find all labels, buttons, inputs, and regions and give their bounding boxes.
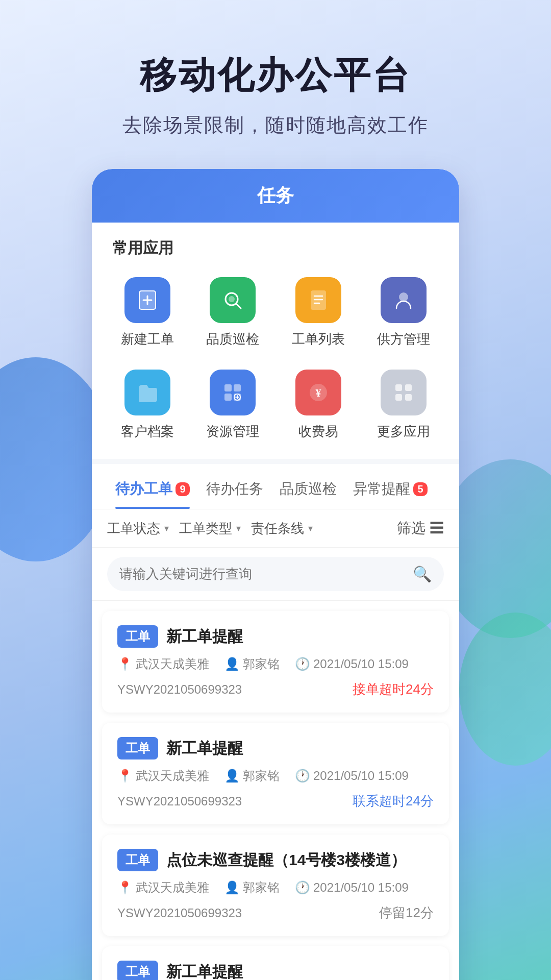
order-location-1: 📍 武汉天成美雅: [117, 656, 209, 672]
svg-rect-13: [234, 384, 241, 391]
app-label-quality-patrol: 品质巡检: [206, 330, 259, 348]
app-item-fee-easy[interactable]: ¥ 收费易: [278, 361, 359, 449]
order-card-2[interactable]: 工单 新工单提醒 📍 武汉天成美雅 👤 郭家铭 🕐 2021/05/10 15:…: [102, 723, 449, 824]
hero-subtitle: 去除场景限制，随时随地高效工作: [122, 112, 429, 138]
chevron-down-icon: ▾: [164, 523, 169, 534]
order-title-4: 新工单提醒: [166, 962, 243, 981]
order-title-1: 新工单提醒: [166, 626, 243, 647]
order-status-2: 联系超时24分: [353, 792, 434, 810]
tab-quality-patrol[interactable]: 品质巡检: [271, 469, 345, 509]
order-status-1: 接单超时24分: [353, 680, 434, 698]
location-icon-1: 📍: [117, 657, 133, 671]
app-item-supplier-mgmt[interactable]: 供方管理: [364, 269, 444, 356]
order-meta-2: 📍 武汉天成美雅 👤 郭家铭 🕐 2021/05/10 15:09: [117, 768, 434, 784]
order-location-3: 📍 武汉天成美雅: [117, 879, 209, 896]
order-card-4-header: 工单 新工单提醒: [117, 961, 434, 980]
order-cards-section: 工单 新工单提醒 📍 武汉天成美雅 👤 郭家铭 🕐 2021/05/10 15:…: [92, 601, 459, 980]
order-type-badge-2: 工单: [117, 737, 158, 760]
order-card-1[interactable]: 工单 新工单提醒 📍 武汉天成美雅 👤 郭家铭 🕐 2021/05/10 15:…: [102, 611, 449, 713]
order-card-2-header: 工单 新工单提醒: [117, 737, 434, 760]
svg-rect-23: [395, 394, 402, 401]
sort-order-status[interactable]: 工单状态 ▾: [107, 520, 169, 537]
app-icon-customer-files: [124, 370, 170, 415]
app-icon-resource-mgmt: [210, 370, 256, 415]
tab-header-label: 任务: [257, 185, 294, 206]
app-item-quality-patrol[interactable]: 品质巡检: [193, 269, 273, 356]
app-icon-fee-easy: ¥: [295, 370, 341, 415]
phone-card: 任务 常用应用 新建工单: [92, 169, 459, 980]
svg-text:¥: ¥: [315, 386, 321, 399]
app-label-fee-easy: 收费易: [298, 423, 338, 440]
order-type-badge-1: 工单: [117, 625, 158, 648]
order-number-1: YSWY2021050699323: [117, 682, 242, 697]
app-label-new-order: 新建工单: [121, 330, 174, 348]
app-item-resource-mgmt[interactable]: 资源管理: [193, 361, 273, 449]
order-time-3: 🕐 2021/05/10 15:09: [295, 880, 409, 895]
order-footer-3: YSWY2021050699323 停留12分: [117, 904, 434, 922]
app-label-customer-files: 客户档案: [121, 423, 174, 440]
section-divider: [92, 459, 459, 464]
svg-rect-14: [224, 394, 232, 401]
tab-pending-orders-label: 待办工单: [115, 479, 172, 499]
tab-header: 任务: [92, 169, 459, 223]
order-number-2: YSWY2021050699323: [117, 794, 242, 808]
order-meta-1: 📍 武汉天成美雅 👤 郭家铭 🕐 2021/05/10 15:09: [117, 656, 434, 672]
person-icon-2: 👤: [224, 769, 240, 783]
search-icon: 🔍: [413, 565, 432, 583]
svg-rect-12: [224, 384, 232, 391]
order-footer-1: YSWY2021050699323 接单超时24分: [117, 680, 434, 698]
app-item-new-order[interactable]: 新建工单: [107, 269, 188, 356]
app-icon-new-order: [124, 277, 170, 323]
order-person-1: 👤 郭家铭: [224, 656, 280, 672]
order-card-3[interactable]: 工单 点位未巡查提醒（14号楼3楼楼道） 📍 武汉天成美雅 👤 郭家铭 🕐 20…: [102, 835, 449, 936]
chevron-down-icon-2: ▾: [236, 523, 241, 534]
sort-responsibility[interactable]: 责任条线 ▾: [251, 520, 313, 537]
order-number-3: YSWY2021050699323: [117, 906, 242, 920]
tab-anomaly-remind-label: 异常提醒: [353, 479, 410, 499]
time-icon-1: 🕐: [295, 657, 310, 671]
tab-pending-tasks[interactable]: 待办任务: [198, 469, 271, 509]
search-bar: 🔍: [107, 557, 444, 591]
sort-order-type[interactable]: 工单类型 ▾: [179, 520, 241, 537]
sort-order-type-label: 工单类型: [179, 520, 232, 537]
tab-pending-orders-badge: 9: [176, 482, 190, 496]
person-icon-1: 👤: [224, 657, 240, 671]
sort-responsibility-label: 责任条线: [251, 520, 304, 537]
filter-label: 筛选: [397, 520, 425, 536]
svg-point-11: [399, 293, 408, 301]
tab-quality-patrol-label: 品质巡检: [280, 479, 337, 499]
order-time-2: 🕐 2021/05/10 15:09: [295, 769, 409, 783]
tab-pending-orders[interactable]: 待办工单 9: [107, 469, 198, 509]
time-icon-2: 🕐: [295, 769, 310, 783]
order-meta-3: 📍 武汉天成美雅 👤 郭家铭 🕐 2021/05/10 15:09: [117, 879, 434, 896]
svg-rect-22: [405, 384, 412, 391]
search-input[interactable]: [119, 566, 407, 582]
order-card-3-header: 工单 点位未巡查提醒（14号楼3楼楼道）: [117, 849, 434, 871]
order-status-3: 停留12分: [379, 904, 434, 922]
app-icon-more-apps: [381, 370, 427, 415]
app-label-more-apps: 更多应用: [377, 423, 430, 440]
app-item-customer-files[interactable]: 客户档案: [107, 361, 188, 449]
app-icon-supplier-mgmt: [381, 277, 427, 323]
order-person-2: 👤 郭家铭: [224, 768, 280, 784]
order-card-1-header: 工单 新工单提醒: [117, 625, 434, 648]
svg-rect-21: [395, 384, 402, 391]
order-type-badge-3: 工单: [117, 849, 158, 871]
tab-pending-tasks-label: 待办任务: [206, 479, 263, 499]
time-icon-3: 🕐: [295, 880, 310, 895]
location-icon-2: 📍: [117, 769, 133, 783]
app-item-more-apps[interactable]: 更多应用: [364, 361, 444, 449]
filter-button[interactable]: 筛选 ☰: [397, 519, 444, 538]
app-icon-quality-patrol: [210, 277, 256, 323]
search-bar-wrap: 🔍: [92, 548, 459, 601]
page-container: 移动化办公平台 去除场景限制，随时随地高效工作 任务 常用应用 新建工单: [0, 0, 551, 980]
app-label-order-list: 工单列表: [292, 330, 345, 348]
order-title-2: 新工单提醒: [166, 738, 243, 759]
location-icon-3: 📍: [117, 880, 133, 895]
app-item-order-list[interactable]: 工单列表: [278, 269, 359, 356]
order-card-4[interactable]: 工单 新工单提醒: [102, 946, 449, 980]
person-icon-3: 👤: [224, 880, 240, 895]
filter-tabs: 待办工单 9 待办任务 品质巡检 异常提醒 5: [92, 469, 459, 509]
order-time-1: 🕐 2021/05/10 15:09: [295, 657, 409, 671]
tab-anomaly-remind[interactable]: 异常提醒 5: [345, 469, 436, 509]
